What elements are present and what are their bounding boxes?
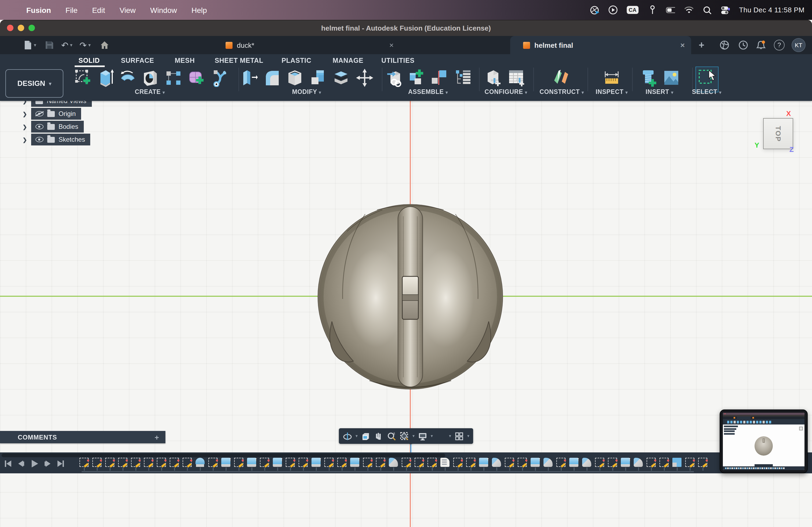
timeline-feature-sketch[interactable] [183,458,192,471]
new-tab-icon[interactable]: + [699,36,704,54]
pan-icon[interactable] [374,431,383,441]
extrude-button[interactable] [97,69,114,87]
construct-plane-button[interactable] [552,69,569,87]
timeline-feature-extrude[interactable] [311,458,321,471]
bom-button[interactable] [455,69,472,87]
timeline-feature-fillet[interactable] [582,458,591,471]
spotlight-search-icon[interactable] [702,5,712,15]
tree-label[interactable]: Sketches [59,136,85,143]
zoom-window-button[interactable] [28,25,35,31]
create-sketch-button[interactable] [74,69,91,87]
new-component-button[interactable] [408,69,425,87]
timeline-feature-extrude[interactable] [479,458,488,471]
tab-mesh[interactable]: MESH [175,57,195,64]
menu-fusion[interactable]: Fusion [26,6,51,14]
timeline-feature-sketch[interactable] [92,458,102,471]
group-label-modify[interactable]: MODIFY ▾ [292,89,321,95]
shell-button[interactable] [286,69,303,87]
orbit-icon[interactable] [343,431,352,441]
expand-chevron-icon[interactable]: ❯ [23,137,27,142]
step-back-button[interactable] [17,460,25,467]
workspace-selector[interactable]: DESIGN ▾ [5,69,63,98]
app-grid-icon[interactable] [5,41,13,49]
timeline-feature-sketch[interactable] [427,458,437,471]
comments-bar[interactable]: COMMENTS + [0,431,165,443]
timeline-feature-sketch[interactable] [144,458,153,471]
tree-row-sketches[interactable]: ❯ Sketches [31,134,90,146]
play-button[interactable] [30,460,39,468]
recent-clock-icon[interactable] [738,36,748,54]
timeline-feature-sketch[interactable] [105,458,114,471]
combine-button[interactable] [309,69,327,87]
look-at-icon[interactable] [361,431,371,441]
timeline-feature-sketch[interactable] [170,458,179,471]
configure-button[interactable] [484,69,502,87]
display-caret-icon[interactable]: ▾ [431,434,433,438]
group-label-select[interactable]: SELECT ▾ [692,89,722,95]
timeline-feature-sketch[interactable] [659,458,669,471]
group-label-create[interactable]: CREATE ▾ [135,89,165,95]
fit-icon[interactable] [400,431,409,441]
timeline-feature-sketch[interactable] [376,458,385,471]
measure-button[interactable] [603,69,620,87]
timeline-feature-extrude[interactable] [221,458,230,471]
revolve-button[interactable] [119,69,136,87]
expand-chevron-icon[interactable]: ❯ [23,124,27,130]
tree-row-bodies[interactable]: ❯ Bodies [31,121,84,133]
menu-file[interactable]: File [66,6,77,14]
configuration-table-button[interactable] [508,69,525,87]
timeline-feature-sketch[interactable] [79,458,89,471]
group-label-inspect[interactable]: INSPECT ▾ [596,89,628,95]
home-icon[interactable] [100,36,109,54]
insert-canvas-button[interactable] [663,69,680,87]
timeline-feature-sketch[interactable] [556,458,566,471]
fit-caret-icon[interactable]: ▾ [412,434,415,438]
timeline-feature-sketch[interactable] [337,458,346,471]
menu-edit[interactable]: Edit [92,6,105,14]
help-icon[interactable]: ? [774,40,785,50]
tab-duck[interactable]: duck* × [226,36,400,54]
timeline-feature-fillet[interactable] [543,458,553,471]
skip-to-end-button[interactable] [57,460,64,467]
timeline-feature-sketch[interactable] [647,458,656,471]
timeline-feature-sketch[interactable] [324,458,334,471]
timeline-feature-fillet[interactable] [492,458,501,471]
timeline-feature-sketch[interactable] [505,458,514,471]
timeline-feature-sketch[interactable] [363,458,372,471]
battery-icon[interactable] [666,5,675,15]
save-icon[interactable] [45,36,54,54]
timeline-feature-sketch[interactable] [595,458,604,471]
timeline-feature-sketch[interactable] [286,458,295,471]
eye-icon[interactable] [35,137,44,142]
redo-icon[interactable]: ↷▾ [79,36,91,54]
extensions-globe-icon[interactable] [720,36,729,54]
group-label-configure[interactable]: CONFIGURE ▾ [484,89,527,95]
undo-icon[interactable]: ↶▾ [61,36,73,54]
close-window-button[interactable] [7,25,13,31]
timeline-feature-sketch[interactable] [299,458,308,471]
timeline-feature-sketch[interactable] [685,458,694,471]
hole-button[interactable] [142,69,159,87]
timeline-feature-sketch[interactable] [234,458,243,471]
timeline-feature-sketch[interactable] [453,458,462,471]
minimize-window-button[interactable] [18,25,24,31]
menu-help[interactable]: Help [191,6,207,14]
close-tab-icon[interactable]: × [680,41,691,49]
group-label-construct[interactable]: CONSTRUCT ▾ [539,89,584,95]
timeline-feature-sketch[interactable] [415,458,424,471]
timeline-feature-fillet[interactable] [389,458,398,471]
tree-label[interactable]: Origin [59,110,76,118]
timeline-feature-extrude[interactable] [247,458,256,471]
timeline-feature-sketch[interactable] [608,458,617,471]
ca-input-badge[interactable]: CA [626,6,639,14]
group-label-assemble[interactable]: ASSEMBLE ▾ [408,89,448,95]
timeline-feature-sketch[interactable] [118,458,127,471]
timeline-feature-revolve[interactable] [195,458,205,471]
tab-surface[interactable]: SURFACE [121,57,154,64]
move-copy-button[interactable] [356,69,373,87]
tab-utilities[interactable]: UTILITIES [381,57,414,64]
press-pull-button[interactable] [241,69,258,87]
helmet-3d-model[interactable] [314,200,507,393]
timeline-feature-sketch[interactable] [260,458,269,471]
fillet-button[interactable] [264,69,281,87]
